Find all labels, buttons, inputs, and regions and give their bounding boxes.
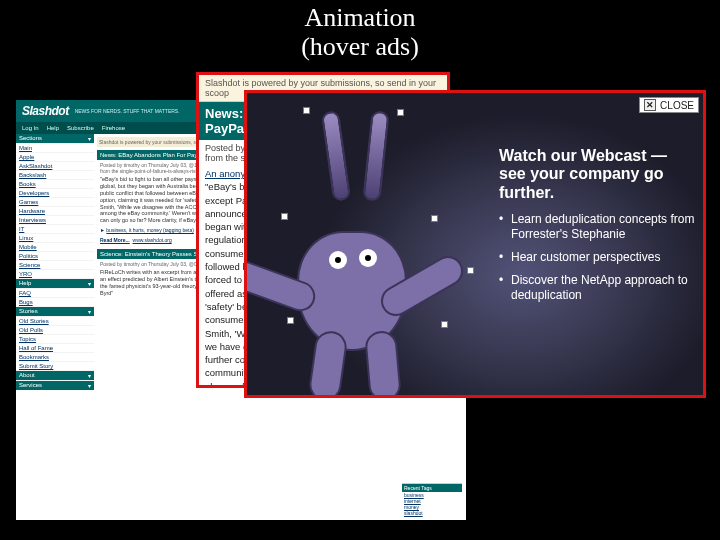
recent-tags-head: Recent Tags (402, 484, 462, 492)
sidebar-services-head[interactable]: Services▾ (16, 381, 94, 390)
sidebar-item[interactable]: Old Stories (16, 317, 94, 325)
slide-title: Animation (hover ads) (0, 0, 720, 63)
sidebar-item[interactable]: AskSlashdot (16, 162, 94, 170)
sidebar-item[interactable]: Old Polls (16, 326, 94, 334)
sidebar-item[interactable]: Interviews (16, 216, 94, 224)
chevron-down-icon: ▾ (88, 135, 91, 142)
sidebar-item[interactable]: Backslash (16, 171, 94, 179)
nav-subscribe[interactable]: Subscribe (67, 125, 94, 131)
ad-copy: Watch our Webcast — see your company go … (499, 147, 695, 311)
sidebar-item[interactable]: Hardware (16, 207, 94, 215)
recent-tags-box: Recent Tags business internet money slas… (402, 483, 462, 516)
nav-login[interactable]: Log In (22, 125, 39, 131)
sidebar-item[interactable]: Bookmarks (16, 353, 94, 361)
ad-bullet: Discover the NetApp approach to deduplic… (499, 273, 695, 303)
ad-bullet: Learn deduplication concepts from Forres… (499, 212, 695, 242)
close-icon: ✕ (644, 99, 656, 111)
sidebar-item[interactable]: Politics (16, 252, 94, 260)
sidebar-about-head[interactable]: About▾ (16, 371, 94, 380)
sidebar-sections-head[interactable]: Sections▾ (16, 134, 94, 143)
sidebar-item[interactable]: Science (16, 261, 94, 269)
sidebar-item[interactable]: Developers (16, 189, 94, 197)
chevron-down-icon: ▾ (88, 280, 91, 287)
sidebar-item[interactable]: Books (16, 180, 94, 188)
slide-title-line2: (hover ads) (301, 32, 419, 61)
nav-help[interactable]: Help (47, 125, 59, 131)
sidebar-help-head[interactable]: Help▾ (16, 279, 94, 288)
sidebar-item[interactable]: Apple (16, 153, 94, 161)
hover-ad-overlay: Watch our Webcast — see your company go … (244, 90, 706, 398)
nav-firehose[interactable]: Firehose (102, 125, 125, 131)
sidebar-item[interactable]: Main (16, 144, 94, 152)
read-more-link[interactable]: Read More... (100, 237, 130, 243)
sidebar-item[interactable]: Submit Story (16, 362, 94, 370)
chevron-down-icon: ▾ (88, 372, 91, 379)
tag-link[interactable]: slashdot (402, 510, 462, 516)
sidebar-item[interactable]: Hall of Fame (16, 344, 94, 352)
ad-close-label: CLOSE (660, 100, 694, 111)
chevron-down-icon: ▾ (88, 382, 91, 389)
ad-mascot-illustration (244, 121, 477, 381)
ad-close-button[interactable]: ✕ CLOSE (639, 97, 699, 113)
slashdot-logo[interactable]: Slashdot (22, 104, 69, 118)
ad-bullet: Hear customer perspectives (499, 250, 695, 265)
chevron-down-icon: ▾ (88, 308, 91, 315)
sidebar-item[interactable]: Mobile (16, 243, 94, 251)
site-tagline: NEWS FOR NERDS. STUFF THAT MATTERS. (75, 108, 180, 114)
sidebar-item[interactable]: Topics (16, 335, 94, 343)
sidebar-stories-head[interactable]: Stories▾ (16, 307, 94, 316)
sidebar-item[interactable]: Linux (16, 234, 94, 242)
sidebar-item[interactable]: Games (16, 198, 94, 206)
ad-headline: Watch our Webcast — see your company go … (499, 147, 695, 202)
sidebar: Sections▾ Main Apple AskSlashdot Backsla… (16, 134, 94, 390)
sidebar-item[interactable]: FAQ (16, 289, 94, 297)
sidebar-item[interactable]: IT (16, 225, 94, 233)
ad-bullet-list: Learn deduplication concepts from Forres… (499, 212, 695, 303)
slide-title-line1: Animation (304, 3, 415, 32)
sidebar-item[interactable]: YRO (16, 270, 94, 278)
sidebar-item[interactable]: Bugs (16, 298, 94, 306)
